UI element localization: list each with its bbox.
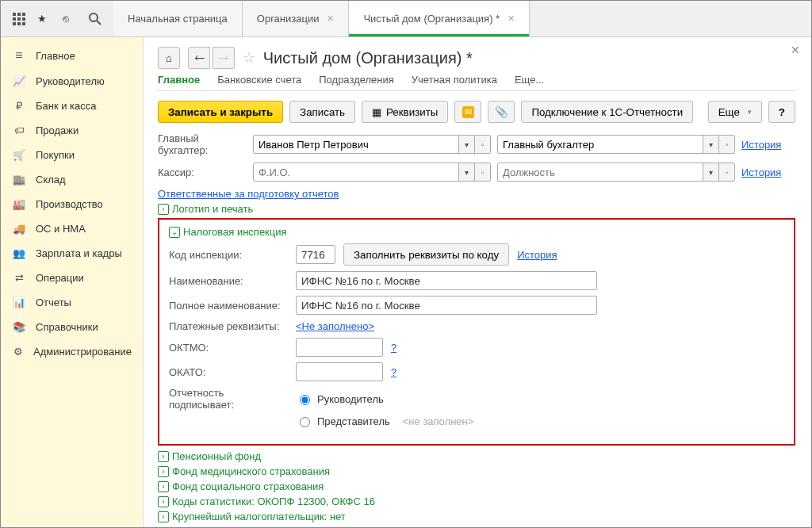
sign-label: Отчетность подписывает: — [169, 387, 288, 411]
help-button[interactable]: ? — [768, 101, 795, 123]
sidebar-item-manager[interactable]: 📈Руководителю — [1, 69, 143, 94]
subtab-more[interactable]: Еще... — [515, 74, 544, 86]
subtab-bank-accounts[interactable]: Банковские счета — [217, 74, 301, 86]
star-icon[interactable]: ★ — [37, 12, 52, 26]
chevron-right-icon: › — [158, 511, 169, 522]
forward-button[interactable]: 🡒 — [213, 47, 235, 69]
expander-biggest[interactable]: ›Крупнейший налогоплательщик: нет — [158, 511, 795, 522]
expander-medical[interactable]: ›Фонд медицинского страхования — [158, 465, 795, 477]
tab-organizations[interactable]: Организации✕ — [243, 1, 350, 36]
expander-label: Фонд социального страхования — [172, 480, 324, 492]
page-title: Чистый дом (Организация) * — [263, 49, 473, 67]
open-dialog-icon[interactable]: ▫ — [474, 163, 490, 182]
transfer-icon: ⇄ — [12, 272, 26, 284]
sub-tabs: Главное Банковские счета Подразделения У… — [158, 74, 795, 91]
subtab-accounting[interactable]: Учетная политика — [412, 74, 497, 86]
sidebar-item-reports[interactable]: 📊Отчеты — [1, 290, 143, 315]
close-icon[interactable]: ✕ — [508, 13, 515, 24]
back-button[interactable]: 🡐 — [188, 47, 210, 69]
topbar-quick-icons: ★ ⎋ — [1, 1, 113, 36]
save-button[interactable]: Записать — [289, 101, 355, 123]
chief-accountant-input[interactable]: ▾ ▫ — [253, 135, 491, 154]
history-icon[interactable]: ⎋ — [63, 12, 77, 26]
requisites-button[interactable]: ▦Реквизиты — [362, 101, 448, 123]
open-dialog-icon[interactable]: ▫ — [474, 135, 490, 154]
cashier-position-field[interactable] — [498, 165, 703, 180]
sidebar-item-sales[interactable]: 🏷Продажи — [1, 118, 143, 143]
sidebar-item-assets[interactable]: 🚚ОС и НМА — [1, 216, 143, 241]
radio-head[interactable] — [300, 395, 310, 405]
sidebar-item-references[interactable]: 📚Справочники — [1, 315, 143, 339]
sign-option-rep[interactable]: Представитель — [296, 415, 390, 427]
chief-accountant-position[interactable]: ▾ ▫ — [497, 135, 735, 154]
inspection-fullname-input[interactable] — [296, 296, 597, 315]
responsible-link[interactable]: Ответственные за подготовку отчетов — [158, 188, 339, 200]
open-dialog-icon[interactable]: ▫ — [718, 163, 734, 182]
open-dialog-icon[interactable]: ▫ — [718, 135, 734, 154]
card-icon: ▦ — [372, 106, 381, 118]
sign-option-head[interactable]: Руководитель — [296, 392, 384, 405]
close-icon[interactable]: ✕ — [791, 44, 800, 56]
search-icon[interactable] — [88, 12, 102, 26]
expander-tax[interactable]: ⌄ Налоговая инспекция — [169, 226, 784, 238]
cashier-history-link[interactable]: История — [741, 166, 781, 178]
chevron-down-icon[interactable]: ▾ — [458, 135, 474, 154]
tab-organization-form[interactable]: Чистый дом (Организация) *✕ — [349, 1, 530, 36]
tax-inspection-section: ⌄ Налоговая инспекция Код инспекции: Зап… — [158, 218, 795, 446]
inspection-name-input[interactable] — [296, 271, 597, 290]
cart-icon: 🛒 — [12, 149, 26, 161]
connect-reporting-button[interactable]: Подключение к 1С-Отчетности — [521, 101, 693, 123]
save-and-close-button[interactable]: Записать и закрыть — [158, 101, 283, 123]
subtab-main[interactable]: Главное — [158, 74, 200, 86]
accountant-history-link[interactable]: История — [741, 139, 781, 151]
sidebar-item-warehouse[interactable]: 🏬Склад — [1, 167, 143, 192]
chevron-down-icon[interactable]: ▾ — [703, 135, 718, 154]
sidebar-item-payroll[interactable]: 👥Зарплата и кадры — [1, 241, 143, 266]
radio-rep[interactable] — [300, 417, 310, 427]
chief-accountant-field[interactable] — [254, 137, 458, 152]
expander-social[interactable]: ›Фонд социального страхования — [158, 480, 795, 492]
favorite-icon[interactable]: ☆ — [243, 49, 255, 67]
home-button[interactable]: ⌂ — [158, 47, 180, 69]
fill-requisites-button[interactable]: Заполнить реквизиты по коду — [343, 243, 509, 266]
sidebar-item-main[interactable]: ≡Главное — [1, 42, 143, 69]
chief-accountant-position-field[interactable] — [498, 137, 703, 152]
inspection-fullname-label: Полное наименование: — [169, 300, 288, 312]
mail-button[interactable]: ✉ — [454, 101, 481, 123]
svg-rect-0 — [13, 13, 16, 16]
okato-input[interactable] — [296, 362, 383, 381]
oktmo-input[interactable] — [296, 338, 383, 357]
chevron-down-icon[interactable]: ▾ — [458, 163, 474, 182]
expander-statcodes[interactable]: ›Коды статистики: ОКОПФ 12300, ОКФС 16 — [158, 495, 795, 507]
expander-logo-print[interactable]: › Логотип и печать — [158, 203, 795, 215]
tab-start-page[interactable]: Начальная страница — [113, 1, 243, 36]
inspection-code-label: Код инспекции: — [169, 249, 288, 261]
expander-pension[interactable]: ›Пенсионный фонд — [158, 450, 795, 462]
sidebar-item-production[interactable]: 🏭Производство — [1, 192, 143, 216]
chevron-down-icon[interactable]: ▾ — [703, 163, 718, 182]
payment-requisites-label: Платежные реквизиты: — [169, 320, 288, 332]
apps-icon[interactable] — [12, 12, 26, 26]
subtab-departments[interactable]: Подразделения — [319, 74, 394, 86]
inspection-code-input[interactable] — [296, 245, 335, 264]
oktmo-help-link[interactable]: ? — [391, 342, 396, 354]
inspection-history-link[interactable]: История — [517, 249, 557, 261]
attach-button[interactable]: 📎 — [488, 101, 515, 123]
svg-rect-7 — [17, 22, 21, 25]
okato-help-link[interactable]: ? — [391, 366, 396, 378]
close-icon[interactable]: ✕ — [327, 13, 334, 24]
svg-rect-3 — [13, 17, 16, 21]
truck-icon: 🚚 — [12, 223, 26, 235]
sidebar-item-operations[interactable]: ⇄Операции — [1, 266, 143, 290]
chevron-right-icon: › — [158, 496, 169, 507]
sidebar-item-bank[interactable]: ₽Банк и касса — [1, 94, 143, 118]
cashier-position[interactable]: ▾ ▫ — [497, 163, 735, 182]
more-button[interactable]: Еще — [708, 101, 762, 123]
sidebar-item-admin[interactable]: ⚙Администрирование — [1, 339, 143, 364]
sidebar-item-purchases[interactable]: 🛒Покупки — [1, 143, 143, 167]
cashier-label: Кассир: — [158, 166, 247, 178]
payment-requisites-link[interactable]: <Не заполнено> — [296, 320, 374, 332]
cashier-field[interactable] — [254, 165, 458, 180]
cashier-input[interactable]: ▾ ▫ — [253, 163, 491, 182]
people-icon: 👥 — [12, 247, 26, 259]
